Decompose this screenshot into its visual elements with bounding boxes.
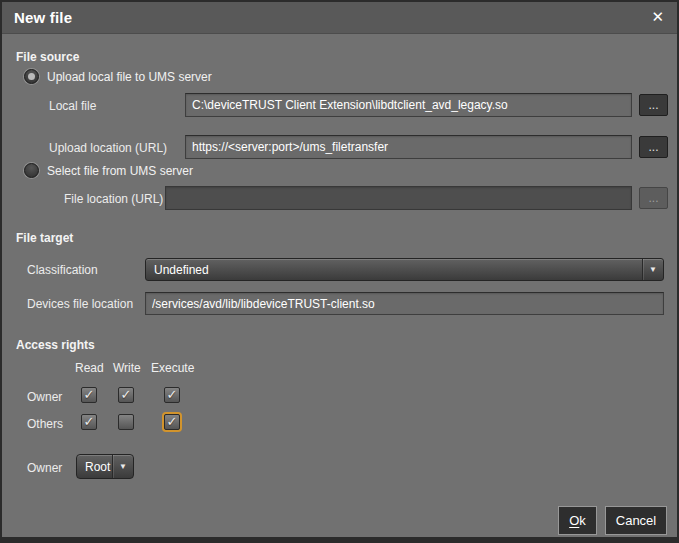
radio-upload-local-file-label: Upload local file to UMS server (47, 70, 212, 84)
check-icon: ✓ (82, 415, 96, 428)
section-header-file-target: File target (16, 231, 73, 245)
checkbox-owner-read[interactable]: ✓ (81, 387, 97, 403)
checkbox-others-write[interactable]: ✓ (118, 414, 134, 430)
file-location-label: File location (URL) (64, 192, 163, 206)
owner-selected-value: Root (77, 455, 112, 478)
checkbox-others-execute[interactable]: ✓ (164, 414, 180, 430)
section-header-file-source: File source (16, 50, 79, 64)
classification-label: Classification (27, 263, 98, 277)
checkbox-others-read[interactable]: ✓ (81, 414, 97, 430)
dialog-titlebar[interactable]: New file ✕ (2, 2, 677, 34)
checkbox-owner-execute[interactable]: ✓ (164, 387, 180, 403)
section-header-access-rights: Access rights (16, 338, 95, 352)
ok-button[interactable]: Ok (558, 506, 597, 535)
radio-select-from-ums[interactable]: Select file from UMS server (24, 163, 193, 178)
chevron-down-icon[interactable]: ▼ (112, 455, 133, 478)
radio-button-icon[interactable] (24, 69, 39, 84)
cancel-button[interactable]: Cancel (605, 506, 667, 535)
check-icon: ✓ (82, 388, 96, 401)
check-icon: ✓ (165, 415, 179, 428)
others-row-label: Others (27, 417, 63, 431)
radio-button-icon[interactable] (24, 163, 39, 178)
check-icon: ✓ (165, 388, 179, 401)
local-file-label: Local file (49, 99, 96, 113)
devices-file-location-label: Devices file location (27, 297, 133, 311)
radio-upload-local-file[interactable]: Upload local file to UMS server (24, 69, 212, 84)
dialog-title: New file (14, 9, 72, 26)
devices-file-location-input[interactable] (145, 292, 664, 315)
column-header-write: Write (113, 361, 141, 375)
local-file-browse-button[interactable]: ... (639, 94, 668, 116)
owner-dropdown[interactable]: Root ▼ (76, 454, 134, 479)
owner-row-label: Owner (27, 390, 62, 404)
column-header-read: Read (75, 361, 104, 375)
local-file-input[interactable] (185, 93, 632, 117)
upload-location-input[interactable] (185, 135, 632, 159)
file-location-browse-button: ... (639, 187, 668, 209)
file-location-input (165, 186, 632, 210)
new-file-dialog: New file ✕ File source Upload local file… (0, 0, 679, 543)
chevron-down-icon[interactable]: ▼ (642, 259, 663, 280)
column-header-execute: Execute (151, 361, 194, 375)
upload-location-label: Upload location (URL) (49, 141, 167, 155)
classification-dropdown[interactable]: Undefined ▼ (145, 258, 664, 281)
owner-select-label: Owner (27, 461, 62, 475)
upload-location-browse-button[interactable]: ... (639, 136, 668, 158)
close-icon[interactable]: ✕ (651, 8, 664, 26)
check-icon: ✓ (119, 388, 133, 401)
classification-selected-value: Undefined (146, 259, 642, 280)
checkbox-owner-write[interactable]: ✓ (118, 387, 134, 403)
radio-select-from-ums-label: Select file from UMS server (47, 164, 193, 178)
